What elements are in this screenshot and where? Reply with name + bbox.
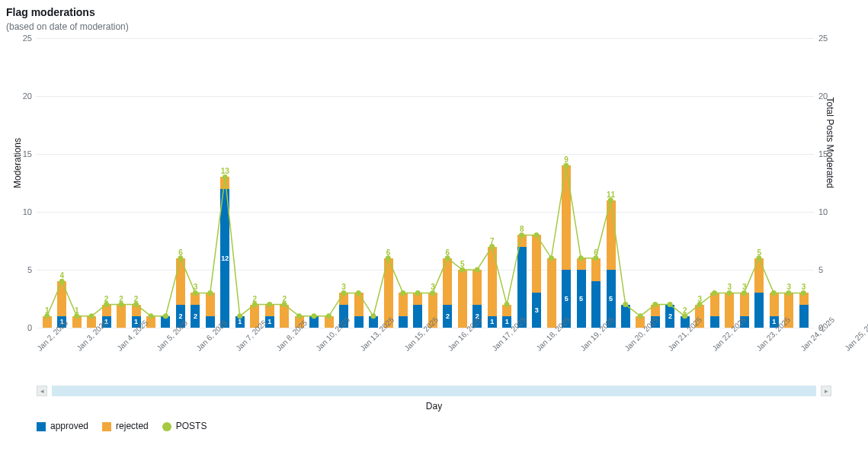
- bar-slot: 26: [440, 38, 455, 328]
- bar-slot: [306, 38, 321, 328]
- bar-slot: 1213: [218, 38, 232, 328]
- y-right-label: Total Posts Moderated: [824, 98, 834, 188]
- y-right-axis: Total Posts Moderated 0510152025: [814, 38, 844, 328]
- bar-slot: 12: [99, 38, 114, 328]
- bar-slot: 59: [559, 38, 573, 328]
- bar-slot: 6: [588, 38, 603, 328]
- bar-slot: 1: [69, 38, 84, 328]
- bar-slot: 23: [188, 38, 203, 328]
- bar-slot: 3: [693, 38, 707, 328]
- bar-slot: [351, 38, 366, 328]
- bar-slot: 5: [455, 38, 469, 328]
- bar-slot: [648, 38, 662, 328]
- chart-title: Flag moderations: [6, 6, 862, 18]
- chart-subtitle: (based on date of moderation): [6, 21, 862, 32]
- bar-slot: [366, 38, 380, 328]
- bar-slot: 2: [663, 38, 677, 328]
- legend-item-approved[interactable]: approved: [37, 421, 88, 431]
- chart-plot: 1141122122623121312123632652171835956511…: [37, 38, 814, 328]
- bar-slot: 26: [173, 38, 187, 328]
- bar-slot: 1: [40, 38, 54, 328]
- bar-slot: 2: [677, 38, 692, 328]
- swatch-posts-icon: [162, 422, 171, 431]
- bar-slot: [84, 38, 98, 328]
- bar-slot: 3: [737, 38, 751, 328]
- bar-slot: 17: [485, 38, 499, 328]
- x-scrollbar[interactable]: ◂ ▸: [37, 386, 831, 396]
- x-axis-title: Day: [37, 401, 831, 412]
- bar-slot: 3: [796, 38, 811, 328]
- bar-slot: [203, 38, 217, 328]
- bar-slot: 1: [262, 38, 277, 328]
- bar-slot: 3: [425, 38, 440, 328]
- bar-slot: 1: [767, 38, 781, 328]
- bar-slot: [707, 38, 722, 328]
- swatch-approved-icon: [37, 422, 46, 431]
- bar-slot: 1: [500, 38, 514, 328]
- bar-slot: 3: [336, 38, 351, 328]
- legend-item-posts[interactable]: POSTS: [162, 421, 207, 431]
- bar-slot: 6: [381, 38, 396, 328]
- y-left-label: Moderations: [12, 138, 23, 188]
- bar-slot: [143, 38, 158, 328]
- swatch-rejected-icon: [102, 422, 111, 431]
- bar-slot: 3: [529, 38, 543, 328]
- bar-slot: 5: [752, 38, 767, 328]
- bar-slot: 1: [232, 38, 247, 328]
- y-left-axis: Moderations 0510152025: [6, 38, 37, 328]
- bar-slot: 2: [114, 38, 128, 328]
- bar-slot: 3: [722, 38, 737, 328]
- bar-slot: 511: [604, 38, 618, 328]
- bar-slot: [159, 38, 173, 328]
- bar-slot: 14: [54, 38, 69, 328]
- legend-item-rejected[interactable]: rejected: [102, 421, 149, 431]
- legend: approved rejected POSTS: [37, 421, 862, 431]
- bar-slot: [618, 38, 633, 328]
- bar-slot: 3: [781, 38, 796, 328]
- bar-slot: [411, 38, 425, 328]
- bar-slot: [633, 38, 648, 328]
- bar-slot: [544, 38, 559, 328]
- bar-slot: 2: [277, 38, 292, 328]
- bar-slot: 2: [248, 38, 262, 328]
- bar-slot: 8: [514, 38, 529, 328]
- scroll-left-button[interactable]: ◂: [37, 386, 47, 396]
- bar-slot: 12: [129, 38, 143, 328]
- bar-slot: 2: [470, 38, 485, 328]
- bar-slot: [292, 38, 306, 328]
- bars-row: 1141122122623121312123632652171835956511…: [37, 38, 814, 328]
- x-axis-labels: Jan 2, 2025Jan 3, 2025Jan 4, 2025Jan 5, …: [37, 328, 831, 341]
- bar-slot: [322, 38, 336, 328]
- bar-slot: [396, 38, 410, 328]
- bar-slot: 5: [574, 38, 588, 328]
- scroll-right-button[interactable]: ▸: [821, 386, 831, 396]
- scroll-track[interactable]: [52, 386, 816, 396]
